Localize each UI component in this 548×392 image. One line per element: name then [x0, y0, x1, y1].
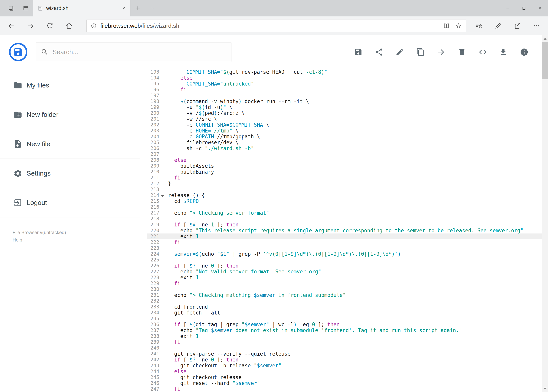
- forward-button[interactable]: [21, 16, 40, 35]
- close-window-button[interactable]: [532, 0, 548, 16]
- code-line-209[interactable]: 209 buildAssets: [147, 163, 542, 169]
- rename-button[interactable]: [395, 48, 404, 56]
- code-line-222[interactable]: 222 fi: [147, 239, 542, 245]
- code-line-235[interactable]: 235: [147, 316, 542, 322]
- sidebar-item-new-folder[interactable]: New folder: [0, 100, 140, 129]
- code-line-242[interactable]: 242 if [ $? -ne 0 ]; then: [147, 357, 542, 363]
- web-notes-button[interactable]: [489, 16, 508, 35]
- scrollbar-thumb[interactable]: [542, 42, 548, 79]
- refresh-button[interactable]: [40, 16, 59, 35]
- code-line-199[interactable]: 199 -u "$(id -u)" \: [147, 104, 542, 110]
- code-line-232[interactable]: 232: [147, 298, 542, 304]
- code-line-227[interactable]: 227 echo "Not valid semver format. See s…: [147, 269, 542, 275]
- code-line-247[interactable]: 247 fi: [147, 386, 542, 392]
- minimize-button[interactable]: [500, 0, 516, 16]
- reading-view-button[interactable]: [443, 23, 450, 29]
- code-line-217[interactable]: 217 echo "> Checking semver format": [147, 210, 542, 216]
- download-button[interactable]: [499, 48, 508, 56]
- hub-favorites-button[interactable]: [469, 16, 489, 35]
- scrollbar[interactable]: [542, 35, 548, 392]
- save-button[interactable]: [354, 48, 362, 56]
- move-button[interactable]: [437, 48, 445, 56]
- code-line-212[interactable]: 212}: [147, 181, 542, 187]
- copy-button[interactable]: [416, 48, 425, 56]
- code-line-231[interactable]: 231 echo "> Checking matching $semver in…: [147, 292, 542, 298]
- code-line-224[interactable]: 224 semver=$(echo "$1" | grep -P '^v(0|[…: [147, 251, 542, 257]
- code-line-229[interactable]: 229 fi: [147, 280, 542, 286]
- code-line-198[interactable]: 198 $(command -v winpty) docker run --rm…: [147, 98, 542, 104]
- search-input[interactable]: [52, 48, 227, 56]
- code-editor[interactable]: 193 COMMIT_SHA="$(git rev-parse HEAD | c…: [140, 69, 542, 392]
- close-tab-button[interactable]: [122, 6, 126, 10]
- share-button[interactable]: [508, 16, 527, 35]
- code-line-239[interactable]: 239 fi: [147, 339, 542, 345]
- code-line-215[interactable]: 215 cd $REPO: [147, 198, 542, 204]
- delete-button[interactable]: [458, 48, 466, 56]
- sidebar-item-logout[interactable]: Logout: [0, 188, 140, 217]
- sidebar-item-new-file[interactable]: New file: [0, 129, 140, 159]
- code-line-213[interactable]: 213: [147, 187, 542, 192]
- code-line-201[interactable]: 201 -w //src \: [147, 116, 542, 122]
- code-line-197[interactable]: 197: [147, 93, 542, 98]
- code-line-243[interactable]: 243 git checkout -b release "$semver": [147, 363, 542, 369]
- more-options-button[interactable]: [527, 16, 546, 35]
- scroll-up-icon[interactable]: [542, 35, 548, 42]
- code-line-238[interactable]: 238 exit 1: [147, 333, 542, 339]
- code-line-219[interactable]: 219 if [ $# -ne 1 ]; then: [147, 222, 542, 228]
- code-line-204[interactable]: 204 -e GOPATH=//tmp/gopath \: [147, 134, 542, 140]
- browser-tab[interactable]: wizard.sh: [33, 0, 130, 16]
- code-line-203[interactable]: 203 -e HOME="//tmp" \: [147, 128, 542, 134]
- filebrowser-logo[interactable]: [9, 43, 28, 62]
- code-line-218[interactable]: 218: [147, 216, 542, 222]
- code-line-196[interactable]: 196 fi: [147, 87, 542, 93]
- code-line-202[interactable]: 202 -e COMMIT_SHA=$COMMIT_SHA \: [147, 122, 542, 128]
- code-line-245[interactable]: 245 git checkout release: [147, 374, 542, 380]
- code-line-210[interactable]: 210 buildBinary: [147, 169, 542, 175]
- code-line-214[interactable]: 214release () {: [147, 192, 542, 198]
- code-line-228[interactable]: 228 exit 1: [147, 275, 542, 280]
- code-line-233[interactable]: 233 cd frontend: [147, 304, 542, 310]
- code-line-216[interactable]: 216: [147, 204, 542, 210]
- sidebar-item-my-files[interactable]: My files: [0, 71, 140, 100]
- code-line-234[interactable]: 234 git fetch --all: [147, 310, 542, 316]
- code-line-237[interactable]: 237 echo "Tag $semver does not exist in …: [147, 327, 542, 333]
- show-set-aside-tabs-button[interactable]: [18, 0, 33, 16]
- code-line-194[interactable]: 194 else: [147, 75, 542, 81]
- code-line-223[interactable]: 223: [147, 245, 542, 251]
- code-line-193[interactable]: 193 COMMIT_SHA="$(git rev-parse HEAD | c…: [147, 69, 542, 75]
- back-button[interactable]: [2, 16, 21, 35]
- code-line-195[interactable]: 195 COMMIT_SHA="untracked": [147, 81, 542, 87]
- address-bar[interactable]: filebrowser.web/files/wizard.sh: [86, 20, 466, 32]
- code-line-230[interactable]: 230: [147, 286, 542, 292]
- share-file-button[interactable]: [375, 48, 383, 56]
- maximize-button[interactable]: [516, 0, 532, 16]
- set-tabs-aside-button[interactable]: [4, 0, 18, 16]
- code-line-226[interactable]: 226 if [ $? -ne 0 ]; then: [147, 263, 542, 269]
- code-line-240[interactable]: 240: [147, 345, 542, 351]
- code-line-225[interactable]: 225: [147, 257, 542, 263]
- tab-preview-chevron-button[interactable]: [145, 0, 160, 16]
- raw-view-button[interactable]: [478, 48, 487, 56]
- code-line-220[interactable]: 220 echo "This release script requires a…: [147, 228, 542, 233]
- help-link[interactable]: Help: [13, 237, 22, 243]
- new-tab-button[interactable]: [130, 0, 145, 16]
- scroll-down-icon[interactable]: [542, 385, 548, 392]
- home-button[interactable]: [59, 16, 79, 35]
- sidebar-item-settings[interactable]: Settings: [0, 159, 140, 188]
- add-favorite-button[interactable]: [456, 23, 462, 29]
- code-line-206[interactable]: 206 sh -c "./wizard.sh -b": [147, 145, 542, 151]
- code-line-236[interactable]: 236 if [ $(git tag | grep "$semver" | wc…: [147, 322, 542, 327]
- code-text: exit 1: [168, 275, 199, 280]
- code-line-244[interactable]: 244 else: [147, 369, 542, 374]
- code-line-200[interactable]: 200 -v /$(pwd):/src:z \: [147, 110, 542, 116]
- code-line-208[interactable]: 208 else: [147, 157, 542, 163]
- code-line-246[interactable]: 246 git reset --hard "$semver": [147, 380, 542, 386]
- fold-arrow-icon[interactable]: [159, 192, 168, 198]
- code-line-221[interactable]: 221 exit 1: [147, 233, 542, 239]
- code-line-205[interactable]: 205 filebrowser/dev \: [147, 140, 542, 145]
- info-button[interactable]: [520, 48, 528, 56]
- code-line-211[interactable]: 211 fi: [147, 175, 542, 181]
- site-info-icon[interactable]: [90, 23, 97, 29]
- code-line-207[interactable]: 207: [147, 151, 542, 157]
- code-line-241[interactable]: 241 git rev-parse --verify --quiet relea…: [147, 351, 542, 357]
